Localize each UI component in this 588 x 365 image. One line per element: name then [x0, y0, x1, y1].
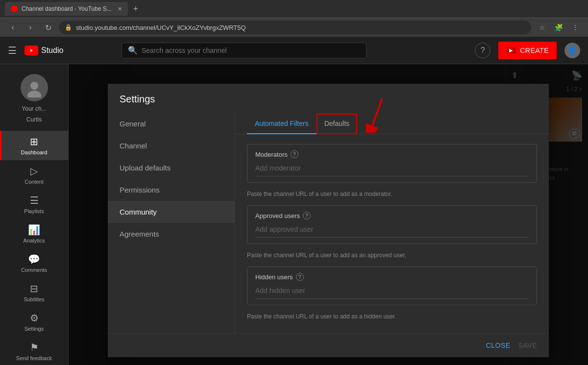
create-icon: ▶ — [506, 47, 516, 54]
content-icon: ▷ — [30, 165, 38, 177]
sidebar: Your ch... Curtis ⊞ Dashboard ▷ Content … — [0, 64, 69, 365]
menu-icon[interactable]: ⋮ — [568, 21, 582, 34]
sidebar-item-content[interactable]: ▷ Content — [0, 160, 68, 190]
approved-users-input[interactable] — [255, 223, 529, 238]
comments-icon: 💬 — [28, 253, 40, 265]
help-button[interactable]: ? — [475, 43, 490, 58]
nav-bar: ‹ › ↻ 🔒 studio.youtube.com/channel/UCvY_… — [0, 18, 588, 37]
subtitles-icon: ⊟ — [30, 283, 38, 294]
bookmark-icon[interactable]: ☆ — [535, 21, 549, 34]
moderators-section: Moderators ? — [247, 144, 537, 183]
sidebar-item-feedback[interactable]: ⚑ Send feedback — [0, 337, 68, 365]
tab-content: Moderators ? Paste the channel URL of a … — [235, 134, 549, 330]
tab-defaults[interactable]: Defaults — [317, 114, 357, 134]
hidden-users-label: Hidden users ? — [255, 273, 529, 281]
logo-text: Studio — [41, 46, 63, 55]
forward-button[interactable]: › — [24, 21, 37, 34]
sidebar-label-analytics: Analytics — [23, 238, 45, 243]
search-icon: 🔍 — [128, 46, 138, 55]
nav-actions: ☆ 🧩 ⋮ — [535, 21, 582, 34]
dialog-sidebar: General Channel Upload defaults Permissi… — [108, 113, 235, 333]
tab-close-btn[interactable]: ✕ — [118, 6, 122, 12]
yt-logo: Studio — [24, 46, 63, 55]
approved-users-help-icon[interactable]: ? — [303, 212, 311, 219]
sidebar-label-content: Content — [24, 179, 44, 185]
dialog-footer: CLOSE SAVE — [108, 333, 549, 357]
close-button[interactable]: CLOSE — [486, 341, 511, 349]
sidebar-item-subtitles[interactable]: ⊟ Subtitles — [0, 278, 68, 307]
approved-users-hint: Paste the channel URL of a user to add a… — [247, 252, 537, 259]
playlists-icon: ☰ — [30, 195, 39, 206]
hidden-users-hint: Paste the channel URL of a user to add a… — [247, 313, 537, 320]
tab-title: Channel dashboard - YouTube S... — [22, 5, 112, 12]
dialog-body: General Channel Upload defaults Permissi… — [108, 113, 549, 333]
sidebar-label-comments: Comments — [21, 267, 47, 273]
reload-button[interactable]: ↻ — [41, 21, 55, 34]
account-button[interactable]: 👤 — [564, 43, 580, 58]
dialog-title: Settings — [108, 84, 549, 113]
app: ☰ Studio 🔍 ? ▶ CREATE 👤 — [0, 37, 588, 365]
tab-favicon — [11, 5, 18, 12]
hidden-users-input[interactable] — [255, 285, 529, 299]
profile-name: Your ch... — [22, 105, 46, 112]
url-text: studio.youtube.com/channel/UCvY_ilCkXoZY… — [76, 24, 246, 31]
back-button[interactable]: ‹ — [6, 21, 20, 34]
menu-item-community[interactable]: Community — [108, 201, 235, 223]
sidebar-profile: Your ch... Curtis — [0, 68, 68, 131]
dialog-content: Automated Filters Defaults Moderators ? — [235, 113, 549, 333]
topbar-actions: ? ▶ CREATE 👤 — [475, 42, 580, 59]
new-tab-button[interactable]: + — [130, 3, 142, 15]
approved-users-section: Approved users ? — [247, 205, 537, 244]
sidebar-label-dashboard: Dashboard — [21, 149, 48, 155]
extensions-icon[interactable]: 🧩 — [552, 21, 565, 34]
analytics-icon: 📊 — [28, 224, 40, 236]
profile-subname: Curtis — [26, 116, 42, 123]
hidden-users-section: Hidden users ? — [247, 267, 537, 305]
settings-icon: ⚙ — [30, 312, 39, 324]
topbar: ☰ Studio 🔍 ? ▶ CREATE 👤 — [0, 37, 588, 64]
hamburger-menu[interactable]: ☰ — [8, 45, 17, 56]
menu-item-channel[interactable]: Channel — [108, 135, 235, 157]
sidebar-label-subtitles: Subtitles — [24, 296, 44, 302]
sidebar-label-playlists: Playlists — [24, 208, 44, 214]
svg-point-2 — [30, 82, 38, 90]
moderators-hint: Paste the channel URL of a user to add a… — [247, 191, 537, 197]
hidden-users-help-icon[interactable]: ? — [296, 273, 304, 281]
tab-bar: Channel dashboard - YouTube S... ✕ + — [0, 0, 588, 18]
active-tab[interactable]: Channel dashboard - YouTube S... ✕ — [5, 2, 128, 16]
menu-item-general[interactable]: General — [108, 113, 235, 135]
lock-icon: 🔒 — [65, 24, 72, 31]
settings-dialog: Settings General Channel Upload defaults… — [108, 84, 549, 357]
main-area: Your ch... Curtis ⊞ Dashboard ▷ Content … — [0, 64, 588, 365]
sidebar-item-comments[interactable]: 💬 Comments — [0, 248, 68, 278]
feedback-icon: ⚑ — [30, 341, 39, 353]
menu-item-agreements[interactable]: Agreements — [108, 223, 235, 245]
menu-item-permissions[interactable]: Permissions — [108, 179, 235, 201]
sidebar-item-settings[interactable]: ⚙ Settings — [0, 307, 68, 337]
approved-users-label: Approved users ? — [255, 212, 529, 219]
moderators-input[interactable] — [255, 162, 529, 176]
browser-chrome: Channel dashboard - YouTube S... ✕ + ‹ ›… — [0, 0, 588, 37]
dashboard-icon: ⊞ — [30, 136, 38, 147]
address-bar[interactable]: 🔒 studio.youtube.com/channel/UCvY_ilCkXo… — [59, 21, 531, 34]
dashboard-content: ⬆ 📡 1 / 2 › 💬 New research feature in Yo… — [69, 64, 588, 365]
sidebar-nav: ⊞ Dashboard ▷ Content ☰ Playlists 📊 Anal… — [0, 131, 68, 365]
youtube-icon — [24, 46, 38, 55]
sidebar-item-analytics[interactable]: 📊 Analytics — [0, 219, 68, 248]
save-button[interactable]: SAVE — [518, 341, 537, 349]
sidebar-item-playlists[interactable]: ☰ Playlists — [0, 190, 68, 219]
dialog-overlay: Settings General Channel Upload defaults… — [69, 64, 588, 365]
svg-marker-0 — [30, 49, 33, 52]
search-bar[interactable]: 🔍 — [122, 43, 367, 58]
create-label: CREATE — [520, 47, 549, 54]
sidebar-item-dashboard[interactable]: ⊞ Dashboard — [0, 131, 68, 160]
tab-automated-filters[interactable]: Automated Filters — [247, 113, 317, 134]
search-input[interactable] — [142, 47, 360, 54]
sidebar-label-settings: Settings — [24, 326, 44, 332]
moderators-help-icon[interactable]: ? — [291, 150, 298, 158]
menu-item-upload-defaults[interactable]: Upload defaults — [108, 157, 235, 179]
create-button[interactable]: ▶ CREATE — [498, 42, 557, 59]
moderators-label: Moderators ? — [255, 150, 529, 158]
avatar — [21, 74, 48, 101]
sidebar-label-feedback: Send feedback — [16, 355, 52, 361]
